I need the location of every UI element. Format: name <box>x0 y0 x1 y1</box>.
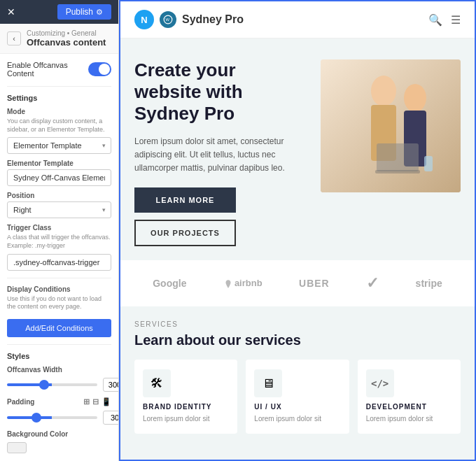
padding-label-row: Padding ⊞ ⊟ 📱 <box>7 397 111 406</box>
brand-identity-name: BRAND IDENTITY <box>143 403 229 411</box>
header-info: Customizing • General Offcanvas content <box>27 29 106 48</box>
hero-text: Create your website with Sydney Pro Lore… <box>134 59 307 246</box>
svg-point-5 <box>404 84 426 112</box>
bg-color-row <box>7 442 111 453</box>
breadcrumb: Customizing • General <box>27 29 106 37</box>
hero-title: Create your website with Sydney Pro <box>134 59 307 125</box>
padding-device-icon[interactable]: 📱 <box>102 397 111 406</box>
hero-description: Lorem ipsum dolor sit amet, consectetur … <box>134 135 307 176</box>
mode-label: Mode <box>7 108 111 115</box>
services-grid: 🛠 BRAND IDENTITY Lorem ipsum dolor sit 🖥… <box>134 360 461 434</box>
logo-stripe: stripe <box>416 278 442 289</box>
toggle-label: Enable Offcanvas Content <box>7 61 88 78</box>
uiux-name: UI / UX <box>254 403 340 411</box>
svg-point-3 <box>371 76 396 106</box>
padding-slider-row <box>7 411 111 425</box>
panel-content: Enable Offcanvas Content Settings Mode Y… <box>0 54 118 461</box>
padding-label: Padding <box>7 398 34 406</box>
uiux-icon: 🖥 <box>254 369 282 397</box>
position-label: Position <box>7 192 111 199</box>
trigger-label: Trigger Class <box>7 224 111 232</box>
hero-image <box>321 59 461 192</box>
display-conditions-note: Use this if you do not want to load the … <box>7 295 111 311</box>
padding-slider[interactable] <box>7 416 97 419</box>
our-projects-button[interactable]: OUR PROJECTS <box>134 220 236 246</box>
divider-3 <box>7 344 111 345</box>
dev-icon: </> <box>366 369 394 397</box>
logo-airbnb: airbnb <box>223 278 262 289</box>
learn-more-button[interactable]: LEARN MORE <box>134 187 236 213</box>
gear-icon: ⚙ <box>96 8 103 17</box>
site-header: N W Sydney Pro 🔍 ☰ <box>120 1 475 38</box>
header-icons: 🔍 ☰ <box>428 13 461 27</box>
logos-section: Google airbnb UBER ✓ stripe <box>120 260 475 306</box>
padding-icons: ⊞ ⊟ 📱 <box>83 397 111 406</box>
site-name: Sydney Pro <box>182 13 244 26</box>
dev-name: DEVELOPMENT <box>366 403 452 411</box>
trigger-input[interactable] <box>7 254 111 271</box>
enable-toggle[interactable] <box>88 62 111 76</box>
site-logo: N W Sydney Pro <box>134 10 244 29</box>
logo-twitter-icon: N <box>134 10 154 29</box>
bg-color-label: Background Color <box>7 430 111 438</box>
logo-nike: ✓ <box>366 274 379 292</box>
website-preview: N W Sydney Pro 🔍 ☰ Create your website w… <box>119 0 476 461</box>
width-label: Offcanvas Width <box>7 366 111 374</box>
hero-section: Create your website with Sydney Pro Lore… <box>120 38 475 260</box>
enable-toggle-row: Enable Offcanvas Content <box>7 61 111 78</box>
divider-2 <box>7 278 111 278</box>
top-bar: ✕ Publish ⚙ <box>0 0 118 24</box>
settings-title: Settings <box>7 94 111 102</box>
padding-value-input[interactable] <box>103 411 118 425</box>
close-icon[interactable]: ✕ <box>7 6 15 17</box>
dev-desc: Lorem ipsum dolor sit <box>366 414 452 424</box>
service-card-uiux: 🖥 UI / UX Lorem ipsum dolor sit <box>246 360 349 434</box>
brand-identity-icon: 🛠 <box>143 369 171 397</box>
logo-google: Google <box>153 278 186 289</box>
svg-rect-9 <box>424 156 433 171</box>
width-slider-row <box>7 378 111 392</box>
panel-header: ‹ Customizing • General Offcanvas conten… <box>0 24 118 54</box>
mode-note: You can display custom content, a sideba… <box>7 118 111 134</box>
services-label: SERVICES <box>134 320 461 328</box>
add-edit-conditions-button[interactable]: Add/Edit Conditions <box>7 319 111 337</box>
width-slider[interactable] <box>7 383 97 386</box>
service-card-brand: 🛠 BRAND IDENTITY Lorem ipsum dolor sit <box>134 360 237 434</box>
service-card-dev: </> DEVELOPMENT Lorem ipsum dolor sit <box>358 360 461 434</box>
panel-title: Offcanvas content <box>27 37 106 48</box>
logo-uber: UBER <box>299 278 330 289</box>
position-select-wrap: Right ▾ <box>7 201 111 218</box>
bg-color-swatch[interactable] <box>7 442 27 453</box>
padding-link-icon[interactable]: ⊞ <box>83 397 90 406</box>
hero-image-placeholder <box>321 59 461 192</box>
display-conditions-label: Display Conditions <box>7 285 111 293</box>
brand-identity-desc: Lorem ipsum dolor sit <box>143 414 229 424</box>
divider-1 <box>7 86 111 87</box>
publish-label: Publish <box>66 7 93 17</box>
publish-button[interactable]: Publish ⚙ <box>57 4 111 20</box>
back-button[interactable]: ‹ <box>7 31 21 45</box>
template-input[interactable] <box>7 169 111 186</box>
width-value-input[interactable] <box>103 378 118 392</box>
svg-rect-8 <box>375 170 420 173</box>
uiux-desc: Lorem ipsum dolor sit <box>254 414 340 424</box>
search-icon[interactable]: 🔍 <box>428 13 442 27</box>
services-section: SERVICES Learn about our services 🛠 BRAN… <box>120 306 475 448</box>
logo-wp-icon: W <box>160 11 176 28</box>
services-title: Learn about our services <box>134 332 461 348</box>
svg-rect-7 <box>377 143 419 171</box>
mode-select[interactable]: Elementor Template <box>7 137 111 154</box>
left-panel: ✕ Publish ⚙ ‹ Customizing • General Offc… <box>0 0 119 461</box>
padding-unlink-icon[interactable]: ⊟ <box>92 397 99 406</box>
menu-icon[interactable]: ☰ <box>451 13 461 27</box>
position-select[interactable]: Right <box>7 201 111 218</box>
trigger-note: A class that will trigger the offcanvas.… <box>7 234 111 250</box>
styles-title: Styles <box>7 352 111 360</box>
svg-text:W: W <box>166 17 170 22</box>
mode-select-wrap: Elementor Template ▾ <box>7 137 111 154</box>
template-label: Elementor Template <box>7 159 111 167</box>
